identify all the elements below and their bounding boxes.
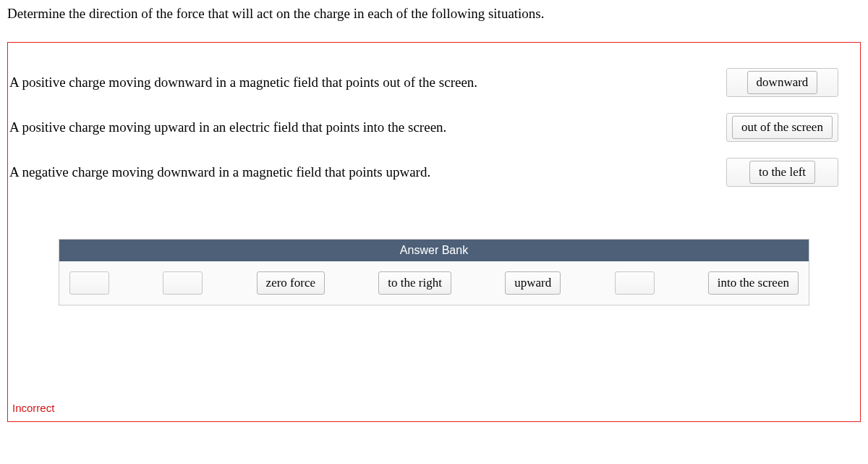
answer-bank-title: Answer Bank	[59, 240, 809, 261]
answer-bank-body[interactable]: zero force to the right upward into the …	[59, 261, 809, 305]
bank-empty-slot[interactable]	[69, 271, 109, 295]
statement-row: A positive charge moving upward in an el…	[8, 113, 860, 142]
bank-empty-slot[interactable]	[615, 271, 655, 295]
answer-tile[interactable]: out of the screen	[732, 116, 833, 139]
drop-zone[interactable]: downward	[726, 68, 838, 97]
answer-tile-zero-force[interactable]: zero force	[257, 271, 325, 295]
bank-empty-slot[interactable]	[163, 271, 203, 295]
answer-tile[interactable]: downward	[747, 71, 818, 94]
statement-text: A positive charge moving upward in an el…	[8, 119, 697, 135]
status-row: Incorrect	[8, 305, 860, 421]
question-panel: A positive charge moving downward in a m…	[7, 42, 861, 422]
drop-zone[interactable]: to the left	[726, 158, 838, 187]
answer-tile-to-the-right[interactable]: to the right	[378, 271, 451, 295]
drop-zone[interactable]: out of the screen	[726, 113, 838, 142]
rows-container: A positive charge moving downward in a m…	[8, 43, 860, 224]
answer-tile[interactable]: to the left	[749, 161, 815, 184]
answer-tile-upward[interactable]: upward	[505, 271, 561, 295]
statement-row: A positive charge moving downward in a m…	[8, 68, 860, 97]
statement-row: A negative charge moving downward in a m…	[8, 158, 860, 187]
status-text: Incorrect	[12, 402, 54, 414]
statement-text: A negative charge moving downward in a m…	[8, 164, 697, 180]
statement-text: A positive charge moving downward in a m…	[8, 75, 697, 90]
answer-bank: Answer Bank zero force to the right upwa…	[59, 239, 809, 305]
question-text: Determine the direction of the force tha…	[7, 6, 861, 22]
answer-tile-into-the-screen[interactable]: into the screen	[708, 271, 799, 295]
